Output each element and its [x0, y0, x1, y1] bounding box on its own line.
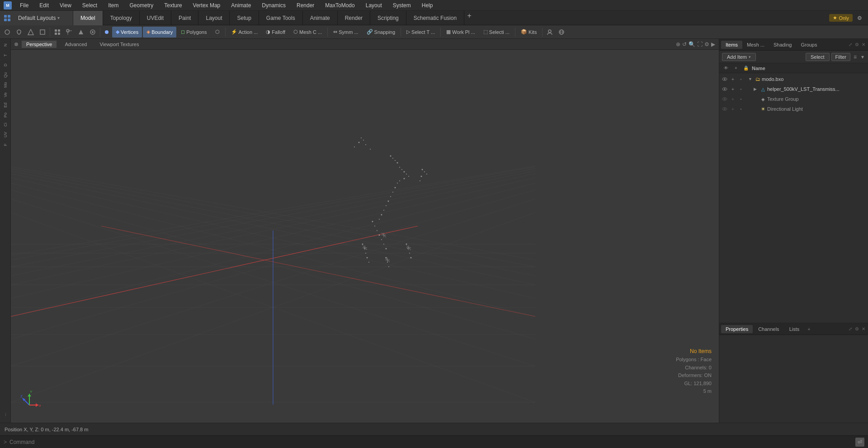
- layout-tab-uvedit[interactable]: UVEdit: [140, 11, 171, 25]
- item-row-modo-bxo[interactable]: + • 🗂 modo.bxo: [719, 74, 868, 84]
- props-tab-lists[interactable]: Lists: [785, 325, 804, 333]
- sidebar-tool-ve[interactable]: Ve: [1, 90, 10, 99]
- menu-vertexmap[interactable]: Vertex Map: [190, 1, 223, 9]
- menu-geometry[interactable]: Geometry: [127, 1, 156, 9]
- toolbar-hex[interactable]: ⬡: [212, 27, 223, 38]
- panel-close-icon[interactable]: ✕: [861, 41, 866, 48]
- toolbar-symm[interactable]: ⇔ Symm ...: [330, 27, 362, 38]
- toolbar-snapping[interactable]: 🔗 Snapping: [363, 27, 399, 38]
- layout-tab-model[interactable]: Model: [73, 11, 103, 25]
- menu-maxtomod[interactable]: MaxToModo: [322, 1, 357, 9]
- toolbar-vertices-btn[interactable]: [102, 27, 111, 38]
- filter-button[interactable]: Filter: [831, 53, 850, 61]
- toolbar-paint-select[interactable]: [25, 27, 36, 38]
- menu-system[interactable]: System: [390, 1, 414, 9]
- viewport-tab-textures[interactable]: Viewport Textures: [95, 41, 143, 48]
- toolbar-user-icon[interactable]: [544, 27, 555, 38]
- menu-select[interactable]: Select: [80, 1, 100, 9]
- viewport-menu-icon[interactable]: ▶: [711, 41, 715, 47]
- props-tab-add[interactable]: +: [805, 325, 813, 333]
- panel-expand-icon[interactable]: ⤢: [848, 41, 853, 48]
- item-eye-helper[interactable]: [721, 85, 728, 93]
- item-expand-tex[interactable]: [754, 97, 759, 101]
- toolbar-boundary[interactable]: ◈ Boundary: [143, 27, 176, 38]
- add-item-button[interactable]: Add Item: [722, 53, 756, 61]
- props-expand-icon[interactable]: ⤢: [848, 325, 853, 332]
- layout-tab-setup[interactable]: Setup: [230, 11, 259, 25]
- toolbar-falloff[interactable]: ◑ Falloff: [262, 27, 289, 38]
- sidebar-tool-t[interactable]: T: [1, 51, 10, 60]
- menu-dynamics[interactable]: Dynamics: [259, 1, 288, 9]
- toolbar-select-all[interactable]: [2, 27, 13, 38]
- only-button[interactable]: ★ Only: [829, 14, 853, 22]
- filter-options-icon[interactable]: ≡: [852, 54, 858, 60]
- menu-view[interactable]: View: [57, 1, 74, 9]
- toolbar-action[interactable]: ⚡ Action ...: [227, 27, 262, 38]
- menu-item[interactable]: Item: [105, 1, 121, 9]
- layout-dropdown[interactable]: Default Layouts: [14, 11, 73, 25]
- toolbar-polygons[interactable]: ◻ Polygons: [177, 27, 210, 38]
- sidebar-tool-ed[interactable]: Ed: [1, 100, 10, 109]
- toolbar-mesh-c[interactable]: ⬡ Mesh C ...: [290, 27, 326, 38]
- sidebar-tool-uv[interactable]: UV: [1, 130, 10, 139]
- toolbar-rect-select[interactable]: [37, 27, 48, 38]
- props-tab-properties[interactable]: Properties: [721, 325, 753, 333]
- toolbar-kits[interactable]: 📦 Kits: [517, 27, 540, 38]
- props-tab-channels[interactable]: Channels: [754, 325, 783, 333]
- items-tab-groups[interactable]: Groups: [796, 41, 821, 49]
- viewport-fit-icon[interactable]: ⊕: [676, 41, 680, 47]
- items-tab-shading[interactable]: Shading: [769, 41, 796, 49]
- menu-texture[interactable]: Texture: [161, 1, 184, 9]
- item-plus-modo[interactable]: +: [729, 75, 736, 83]
- viewport[interactable]: Perspective Advanced Viewport Textures ⊕…: [11, 39, 719, 423]
- menu-help[interactable]: Help: [419, 1, 436, 9]
- viewport-reset-icon[interactable]: ↺: [682, 41, 687, 47]
- panel-settings-icon[interactable]: ⚙: [854, 41, 860, 48]
- sidebar-tool-n[interactable]: N: [1, 41, 10, 50]
- item-row-helper[interactable]: + • △ helper_500kV_LST_Transmiss...: [719, 84, 868, 94]
- item-expand-modo[interactable]: [748, 77, 754, 81]
- viewport-tab-advanced[interactable]: Advanced: [60, 41, 91, 48]
- items-tab-mesh[interactable]: Mesh ...: [742, 41, 769, 49]
- layout-tab-scripting[interactable]: Scripting: [370, 11, 406, 25]
- sidebar-tool-mo[interactable]: Mo: [1, 80, 10, 90]
- toolbar-vertices[interactable]: ◆ Vertices: [112, 27, 142, 38]
- layout-tab-layout[interactable]: Layout: [198, 11, 230, 25]
- layout-tab-topology[interactable]: Topology: [103, 11, 140, 25]
- toolbar-selecti[interactable]: ⬚ Selecti ...: [480, 27, 513, 38]
- toolbar-select-t[interactable]: ▷ Select T ...: [403, 27, 439, 38]
- viewport-settings-icon[interactable]: ⚙: [704, 41, 709, 47]
- sidebar-tool-qu[interactable]: Qu: [1, 71, 10, 80]
- sidebar-more[interactable]: ···: [1, 410, 10, 419]
- layout-tab-animate[interactable]: Animate: [303, 11, 338, 25]
- command-input[interactable]: [9, 439, 853, 445]
- viewport-tab-perspective[interactable]: Perspective: [22, 41, 57, 48]
- item-plus-helper[interactable]: +: [729, 85, 736, 93]
- item-expand-helper[interactable]: [754, 87, 759, 91]
- item-eye-tex[interactable]: [721, 95, 728, 103]
- toolbar-small2[interactable]: [64, 27, 75, 38]
- layout-tab-render[interactable]: Render: [338, 11, 370, 25]
- item-row-dir-light[interactable]: + • ☀ Directional Light: [719, 104, 868, 114]
- menu-file[interactable]: File: [17, 1, 31, 9]
- item-row-texture-group[interactable]: + • ◈ Texture Group: [719, 94, 868, 104]
- toolbar-small1[interactable]: [52, 27, 63, 38]
- menu-layout[interactable]: Layout: [363, 1, 385, 9]
- layout-settings-button[interactable]: ⚙: [854, 13, 864, 23]
- sidebar-tool-d[interactable]: D: [1, 61, 10, 70]
- toolbar-small3[interactable]: [75, 27, 86, 38]
- layout-tab-schematic[interactable]: Schematic Fusion: [406, 11, 464, 25]
- sidebar-tool-ci[interactable]: Ci: [1, 120, 10, 129]
- toolbar-small4[interactable]: [87, 27, 98, 38]
- select-button[interactable]: Select: [806, 53, 830, 61]
- viewport-canvas[interactable]: No Items Polygons : Face Channels: 0 Def…: [11, 50, 719, 423]
- props-settings-icon[interactable]: ⚙: [854, 325, 860, 332]
- toolbar-workpl[interactable]: ▦ Work Pl ...: [443, 27, 479, 38]
- props-close-icon[interactable]: ✕: [861, 325, 866, 332]
- toolbar-world-icon[interactable]: [556, 27, 567, 38]
- items-tab-items[interactable]: Items: [721, 41, 742, 49]
- item-eye-modo[interactable]: [721, 75, 728, 83]
- command-enter-icon[interactable]: ⏎: [855, 438, 864, 447]
- filter-extra-icon[interactable]: ▾: [860, 54, 865, 60]
- menu-animate[interactable]: Animate: [228, 1, 254, 9]
